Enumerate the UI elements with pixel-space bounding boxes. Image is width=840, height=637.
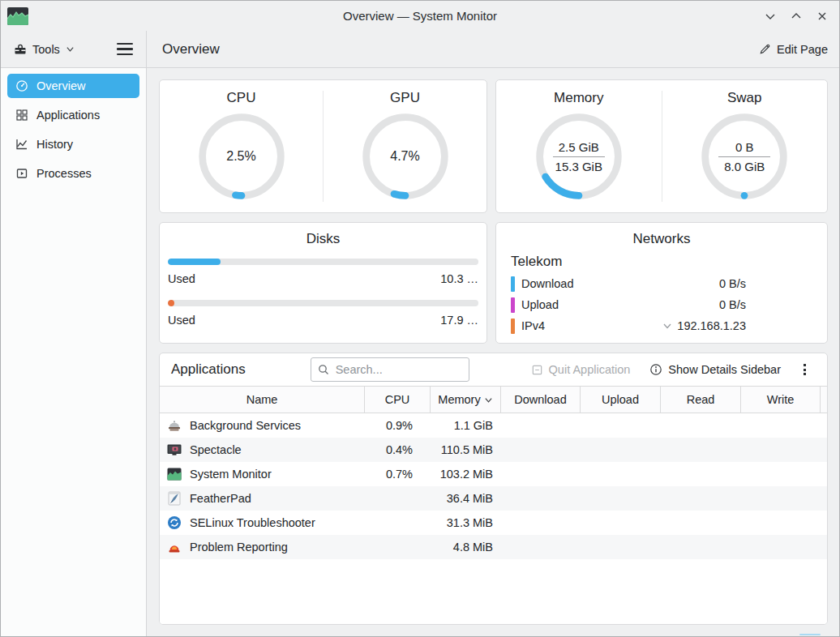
networks-card: Networks Telekom Download 0 B/s Upload 0… [495,222,828,344]
sidebar-item-applications[interactable]: Applications [7,103,139,127]
applications-table-body: Background Services 0.9% 1.1 GiB [160,413,827,624]
swap-gauge: Swap 0 B 8.0 GiB [662,80,828,212]
system-monitor-icon [166,466,182,482]
download-label: Download [521,277,574,290]
hamburger-menu-button[interactable] [112,40,138,59]
network-interface-name: Telekom [496,247,827,273]
sidebar-item-label: Overview [36,79,85,92]
swap-fraction: 0 B 8.0 GiB [697,109,791,203]
grid-icon [15,109,28,122]
fraction-line [718,156,770,157]
quit-application-label: Quit Application [549,363,631,376]
table-row[interactable]: FeatherPad 36.4 MiB [160,486,827,511]
app-name: Background Services [190,419,301,432]
quit-application-button[interactable]: Quit Application [531,363,631,376]
search-box [311,357,469,382]
toolbar-main: Overview Edit Page [147,31,839,67]
line-chart-icon [15,138,28,151]
show-details-sidebar-button[interactable]: Show Details Sidebar [649,363,781,376]
applications-title: Applications [171,361,246,378]
page-title: Overview [162,41,220,58]
titlebar: Overview — System Monitor [1,1,839,31]
sidebar-item-label: Applications [36,109,100,122]
column-header-download[interactable]: Download [501,387,581,413]
minimize-button[interactable] [763,9,778,24]
app-name: FeatherPad [190,492,251,505]
sidebar-item-label: History [36,138,73,151]
system-monitor-window: Overview — System Monitor Too [0,0,840,637]
memory-used: 2.5 GiB [559,140,599,154]
app-memory: 36.4 MiB [431,486,501,511]
chevron-down-icon[interactable] [662,321,672,331]
app-memory: 1.1 GiB [431,413,501,438]
gpu-value: 4.7% [358,109,452,203]
column-header-write[interactable]: Write [741,387,821,413]
swap-title: Swap [662,90,828,106]
window-title: Overview — System Monitor [1,9,839,23]
applications-header: Applications [160,353,827,386]
app-name: SELinux Troubleshooter [190,516,315,529]
pencil-icon [759,43,771,55]
column-header-upload[interactable]: Upload [581,387,661,413]
sidebar: Overview Applications History [1,68,147,636]
app-memory: 103.2 MiB [431,462,501,486]
table-row[interactable]: SELinux Troubleshooter 31.3 MiB [160,511,827,535]
column-header-name[interactable]: Name [160,387,365,413]
edit-page-label: Edit Page [777,43,828,56]
memory-swap-card: Memory 2.5 GiB 15.3 GiB [495,79,828,213]
sidebar-item-history[interactable]: History [7,132,139,156]
app-name: Spectacle [190,443,242,456]
toolbar: Tools Overview Edit Page [1,31,839,68]
overflow-menu-button[interactable] [800,361,809,378]
memory-gauge: Memory 2.5 GiB 15.3 GiB [496,80,662,212]
memory-fraction: 2.5 GiB 15.3 GiB [532,109,626,203]
app-name: Problem Reporting [190,541,288,554]
cpu-value: 2.5% [195,109,289,203]
sidebar-item-processes[interactable]: Processes [7,161,139,186]
table-row[interactable]: Background Services 0.9% 1.1 GiB [160,413,827,438]
maximize-button[interactable] [789,9,804,24]
memory-total: 15.3 GiB [555,160,602,173]
disk-used-value: 17.9 … [440,314,478,327]
disk-usage-bar [168,300,478,306]
gpu-title: GPU [324,90,486,106]
toolbox-icon [14,43,27,56]
tools-label: Tools [32,43,60,56]
disk-usage-bar [168,259,478,265]
applications-card: Applications [159,353,828,625]
app-memory: 4.8 MiB [431,535,501,559]
column-header-cpu[interactable]: CPU [365,387,431,413]
table-row[interactable]: Spectacle 0.4% 110.5 MiB [160,438,827,462]
disk-used-label: Used [168,272,195,285]
ipv4-marker [511,318,515,334]
app-cpu: 0.9% [365,413,431,438]
upload-label: Upload [521,298,559,311]
close-button[interactable] [815,9,829,24]
app-name: System Monitor [190,468,272,481]
chevron-up-icon [791,11,802,22]
swap-total: 8.0 GiB [724,160,765,173]
column-header-read[interactable]: Read [661,387,741,413]
window-controls [763,9,839,24]
search-input[interactable] [311,357,469,382]
tools-menu-button[interactable]: Tools [14,43,75,56]
column-header-memory[interactable]: Memory [431,387,501,413]
applications-actions: Quit Application Show Details Sidebar [531,361,809,378]
app-cpu: 0.4% [365,438,431,462]
sidebar-item-label: Processes [36,167,92,180]
chevron-down-icon [765,11,776,22]
sidebar-item-overview[interactable]: Overview [7,74,139,98]
edit-page-button[interactable]: Edit Page [759,43,828,56]
network-download-row: Download 0 B/s [496,273,827,294]
info-icon [649,363,662,376]
disks-title: Disks [168,231,478,247]
memory-title: Memory [496,90,662,106]
selinux-troubleshooter-icon [166,515,182,531]
table-row[interactable]: System Monitor 0.7% 103.2 MiB [160,462,827,486]
disk-row: Used 10.3 … [168,259,478,285]
upload-marker [511,297,515,313]
problem-reporting-icon [166,539,182,555]
disk-used-label: Used [168,314,195,327]
upload-value: 0 B/s [719,298,746,311]
table-row[interactable]: Problem Reporting 4.8 MiB [160,535,827,559]
